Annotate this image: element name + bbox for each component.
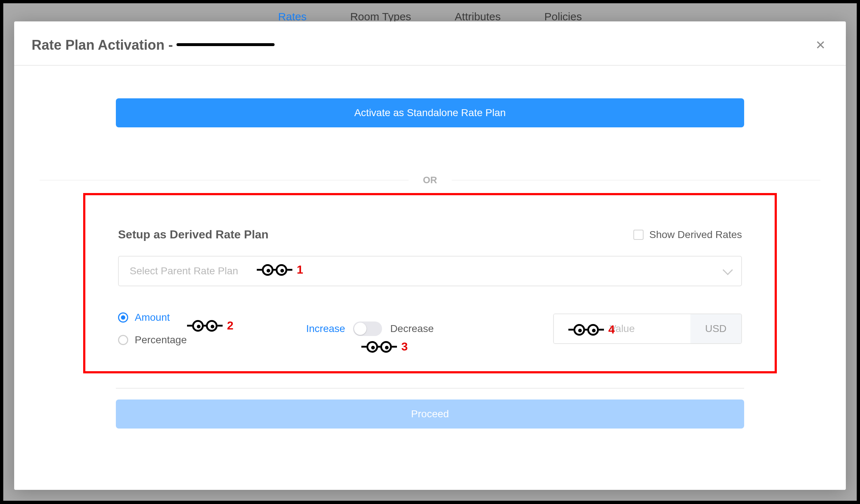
bg-tab-policies: Policies bbox=[544, 11, 582, 23]
modal-title-prefix: Rate Plan Activation - bbox=[32, 37, 173, 53]
value-input-group: USD 4 bbox=[553, 314, 742, 344]
bg-tab-attributes: Attributes bbox=[455, 11, 501, 23]
bg-tab-room-types: Room Types bbox=[350, 11, 411, 23]
annotation-2: 2 bbox=[187, 319, 234, 332]
parent-rate-plan-select[interactable]: Select Parent Rate Plan 1 bbox=[118, 256, 742, 286]
value-unit-label: USD bbox=[690, 314, 741, 343]
radio-amount-label: Amount bbox=[135, 312, 170, 323]
proceed-button[interactable]: Proceed bbox=[116, 399, 744, 429]
radio-icon bbox=[118, 312, 128, 323]
parent-rate-plan-placeholder: Select Parent Rate Plan bbox=[130, 265, 238, 277]
derived-rate-plan-section: Setup as Derived Rate Plan Show Derived … bbox=[83, 193, 777, 373]
modal-title: Rate Plan Activation - bbox=[32, 37, 275, 53]
chevron-down-icon bbox=[723, 265, 733, 275]
decrease-label: Decrease bbox=[390, 323, 434, 335]
value-input[interactable] bbox=[554, 314, 690, 343]
bg-tab-rates: Rates bbox=[278, 11, 307, 23]
checkbox-icon bbox=[633, 230, 644, 240]
annotation-3: 3 bbox=[361, 340, 408, 353]
radio-percentage-label: Percentage bbox=[135, 334, 187, 346]
show-derived-rates-checkbox[interactable]: Show Derived Rates bbox=[633, 229, 742, 241]
show-derived-rates-label: Show Derived Rates bbox=[649, 229, 742, 241]
radio-amount[interactable]: Amount bbox=[118, 312, 187, 323]
activate-standalone-button[interactable]: Activate as Standalone Rate Plan bbox=[116, 98, 744, 127]
annotation-1: 1 bbox=[257, 263, 303, 276]
increase-decrease-toggle[interactable] bbox=[353, 321, 382, 336]
background-tabs: Rates Room Types Attributes Policies bbox=[3, 11, 857, 23]
or-label: OR bbox=[423, 175, 437, 186]
or-divider: OR bbox=[40, 175, 820, 186]
close-icon[interactable]: ✕ bbox=[812, 36, 828, 54]
modal-title-redacted-name bbox=[177, 38, 275, 50]
radio-percentage[interactable]: Percentage bbox=[118, 334, 187, 346]
radio-icon bbox=[118, 335, 128, 345]
increase-label: Increase bbox=[306, 323, 345, 335]
derived-section-title: Setup as Derived Rate Plan bbox=[118, 228, 268, 241]
rate-plan-activation-modal: Rate Plan Activation - ✕ Activate as Sta… bbox=[14, 21, 846, 490]
